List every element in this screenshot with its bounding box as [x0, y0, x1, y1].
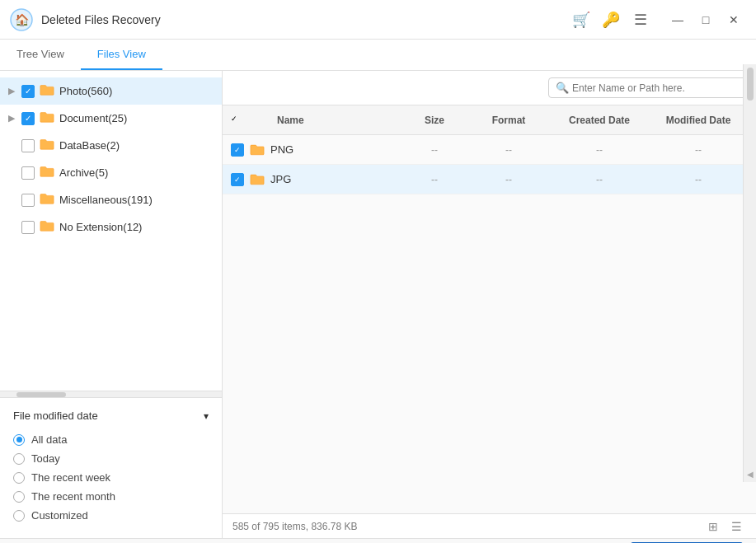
header-checkbox[interactable]: ✓ — [231, 115, 242, 126]
tab-tree-view[interactable]: Tree View — [0, 40, 81, 70]
expand-arrow-misc[interactable]: ▶ — [8, 194, 21, 205]
filter-option-week[interactable]: The recent week — [13, 468, 209, 487]
tree-item-document[interactable]: ▶ ✓ Document(25) — [0, 105, 222, 132]
checkbox-misc[interactable] — [21, 194, 35, 207]
row-folder-icon-png — [249, 142, 265, 158]
row-created-png: -- — [550, 144, 649, 156]
radio-label-all: All data — [31, 433, 67, 446]
close-button[interactable]: ✕ — [721, 7, 746, 32]
table-row-jpg[interactable]: ✓ JPG -- -- -- -- — [223, 165, 756, 194]
tree-item-photo[interactable]: ▶ ✓ Photo(560) — [0, 77, 222, 105]
tree-label-document: Document(25) — [59, 112, 127, 124]
table-header: ✓ Name Size Format Created Date Modified… — [223, 105, 756, 135]
row-size-png: -- — [401, 144, 467, 156]
search-input-wrap[interactable]: 🔍 — [548, 77, 746, 98]
status-info: 585 of 795 items, 836.78 KB — [232, 521, 357, 532]
header-modified: Modified Date — [649, 115, 748, 126]
checkbox-database[interactable] — [21, 139, 35, 152]
header-created: Created Date — [550, 115, 649, 126]
main-container: ▶ ✓ Photo(560) ▶ ✓ Document(25) — [0, 71, 756, 538]
folder-icon-archive — [40, 164, 54, 181]
filter-title-label: File modified date — [13, 410, 98, 422]
h-scrollbar[interactable] — [0, 391, 222, 397]
checkbox-noext[interactable] — [21, 221, 35, 234]
tree-item-noext[interactable]: ▶ No Extension(12) — [0, 213, 222, 241]
table-row-png[interactable]: ✓ PNG -- -- -- -- — [223, 135, 756, 165]
expand-arrow-document[interactable]: ▶ — [8, 113, 21, 124]
row-modified-jpg: -- — [649, 174, 748, 185]
expand-arrow-database[interactable]: ▶ — [8, 140, 21, 151]
tree-item-database[interactable]: ▶ DataBase(2) — [0, 132, 222, 159]
row-size-jpg: -- — [401, 174, 467, 185]
row-format-png: -- — [467, 144, 550, 156]
app-title: Deleted Files Recovery — [41, 13, 570, 26]
search-input[interactable] — [572, 82, 739, 94]
radio-label-month: The recent month — [31, 490, 115, 503]
radio-all[interactable] — [13, 434, 25, 446]
v-scrollbar[interactable]: ◀ — [743, 64, 756, 482]
minimize-button[interactable]: — — [665, 7, 690, 32]
maximize-button[interactable]: □ — [693, 7, 718, 32]
radio-week[interactable] — [13, 472, 25, 484]
filter-dropdown-icon[interactable]: ▾ — [204, 410, 209, 422]
checkbox-document[interactable]: ✓ — [21, 112, 35, 125]
header-size: Size — [401, 115, 467, 126]
tree-label-archive: Archive(5) — [59, 166, 108, 179]
radio-month[interactable] — [13, 491, 25, 503]
filter-option-month[interactable]: The recent month — [13, 487, 209, 506]
row-format-jpg: -- — [467, 174, 550, 185]
bottom-bar: Cannot find lost files? Try All - Around… — [0, 538, 756, 543]
filter-option-today[interactable]: Today — [13, 449, 209, 468]
search-bar: 🔍 — [223, 71, 756, 105]
search-icon: 🔍 — [556, 82, 569, 94]
key-icon[interactable]: 🔑 — [599, 8, 622, 31]
tree-label-noext: No Extension(12) — [59, 221, 142, 233]
menu-icon[interactable]: ☰ — [629, 8, 652, 31]
cart-icon[interactable]: 🛒 — [570, 8, 593, 31]
window-controls: — □ ✕ — [665, 7, 746, 32]
tree-label-database: DataBase(2) — [59, 139, 120, 152]
tab-bar: Tree View Files View — [0, 40, 756, 71]
header-name: Name — [254, 115, 401, 126]
row-created-jpg: -- — [550, 174, 649, 185]
right-panel: 🔍 ✓ Name Size Format Created Date Modifi… — [223, 71, 756, 538]
radio-label-today: Today — [31, 452, 60, 465]
view-icons: ⊞ ☰ — [703, 517, 746, 536]
folder-icon-database — [40, 137, 54, 154]
checkbox-photo[interactable]: ✓ — [21, 85, 35, 98]
list-view-icon[interactable]: ☰ — [726, 517, 746, 536]
filter-option-custom[interactable]: Customized — [13, 506, 209, 525]
filter-option-all[interactable]: All data — [13, 430, 209, 449]
tree-item-archive[interactable]: ▶ Archive(5) — [0, 159, 222, 186]
checkbox-archive[interactable] — [21, 166, 35, 180]
grid-view-icon[interactable]: ⊞ — [703, 517, 723, 536]
radio-today[interactable] — [13, 453, 25, 465]
left-panel: ▶ ✓ Photo(560) ▶ ✓ Document(25) — [0, 71, 223, 538]
svg-text:🏠: 🏠 — [15, 13, 30, 27]
expand-arrow-noext[interactable]: ▶ — [8, 222, 21, 232]
expand-arrow-photo[interactable]: ▶ — [8, 86, 21, 96]
filter-title[interactable]: File modified date ▾ — [13, 406, 209, 425]
tree-label-photo: Photo(560) — [59, 85, 112, 97]
row-folder-icon-jpg — [249, 171, 265, 188]
filter-options: All data Today The recent week The recen… — [13, 425, 209, 530]
status-bar: 585 of 795 items, 836.78 KB ⊞ ☰ — [223, 513, 756, 538]
header-format: Format — [467, 115, 550, 126]
folder-icon-photo — [40, 82, 54, 100]
file-table: ✓ Name Size Format Created Date Modified… — [223, 105, 756, 513]
filter-section: File modified date ▾ All data Today The … — [0, 397, 222, 538]
tab-files-view[interactable]: Files View — [81, 40, 162, 70]
title-bar: 🏠 Deleted Files Recovery 🛒 🔑 ☰ — □ ✕ — [0, 0, 756, 40]
row-checkbox-png[interactable]: ✓ — [231, 143, 244, 157]
tree-view: ▶ ✓ Photo(560) ▶ ✓ Document(25) — [0, 71, 222, 391]
folder-icon-misc — [40, 191, 54, 208]
expand-arrow-archive[interactable]: ▶ — [8, 167, 21, 178]
radio-label-week: The recent week — [31, 471, 110, 484]
row-name-png: PNG — [270, 143, 401, 156]
tree-item-misc[interactable]: ▶ Miscellaneous(191) — [0, 186, 222, 213]
tree-label-misc: Miscellaneous(191) — [59, 194, 153, 206]
radio-custom[interactable] — [13, 510, 25, 522]
row-name-jpg: JPG — [270, 173, 401, 185]
row-checkbox-jpg[interactable]: ✓ — [231, 173, 244, 186]
radio-label-custom: Customized — [31, 509, 88, 522]
